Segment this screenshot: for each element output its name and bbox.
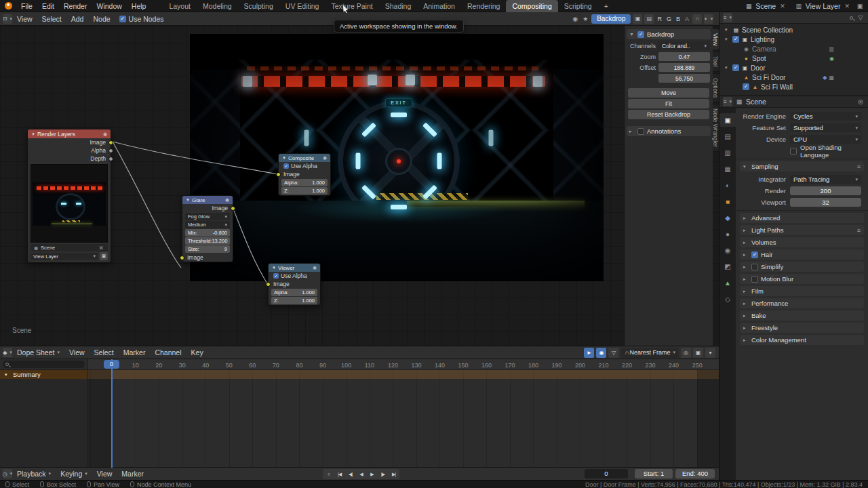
dope-sheet-mode-dropdown[interactable]: Dope Sheet▾ xyxy=(12,346,64,359)
object-checkbox[interactable]: ✓ xyxy=(743,83,749,90)
expand-icon[interactable]: ▾ xyxy=(743,164,749,169)
modifier-icon[interactable]: ◆ xyxy=(823,75,827,81)
star-icon[interactable]: ★ xyxy=(581,15,589,23)
channel-a-button[interactable]: A xyxy=(684,16,690,22)
simplify-panel[interactable]: ▸Simplify xyxy=(740,262,864,272)
alpha-output-socket[interactable] xyxy=(108,148,113,153)
tl-menu-keying[interactable]: Keying▾ xyxy=(56,468,92,480)
current-frame-field[interactable]: 0 xyxy=(585,469,628,479)
dropdown-icon[interactable]: ▾ xyxy=(705,348,715,358)
jump-to-start-button[interactable]: |◀ xyxy=(334,470,344,479)
compositor-menu-view[interactable]: View xyxy=(12,13,37,25)
outliner-row-camera[interactable]: ◉ Camera ▥ xyxy=(719,44,868,54)
view-layer-selector[interactable]: ▥ View Layer ✕ xyxy=(791,2,854,10)
play-button[interactable]: ▶ xyxy=(367,470,377,479)
tab-particles[interactable]: ● xyxy=(720,227,735,241)
search-icon[interactable] xyxy=(850,16,853,20)
ds-menu-marker[interactable]: Marker xyxy=(119,346,151,359)
menu-render[interactable]: Render xyxy=(59,0,92,12)
image-output-socket[interactable] xyxy=(108,140,113,145)
collapse-icon[interactable]: ▼ xyxy=(31,132,35,136)
image-alpha-icon[interactable]: ▤ xyxy=(644,14,654,24)
ds-menu-select[interactable]: Select xyxy=(90,346,119,359)
ds-menu-key[interactable]: Key xyxy=(186,346,208,359)
glare-threshold-slider[interactable]: Threshold:13.200 xyxy=(185,237,230,245)
device-dropdown[interactable]: CPU▾ xyxy=(790,135,861,144)
keyframe-area[interactable] xyxy=(88,370,719,467)
sidebar-tab-node-wrangler[interactable]: Node Wrangler xyxy=(713,104,719,152)
camera-data-icon[interactable]: ▥ xyxy=(829,46,834,52)
glare-type-dropdown[interactable]: Fog Glow▾ xyxy=(185,213,230,220)
ds-menu-channel[interactable]: Channel xyxy=(150,346,186,359)
add-workspace-button[interactable]: + xyxy=(598,0,614,12)
prev-keyframe-button[interactable]: ◀| xyxy=(345,470,355,479)
compositor-menu-add[interactable]: Add xyxy=(66,13,89,25)
menu-edit[interactable]: Edit xyxy=(37,0,59,12)
menu-help[interactable]: Help xyxy=(127,0,151,12)
only-selected-icon[interactable]: ► xyxy=(584,348,594,358)
panel-menu-icon[interactable]: ≡ xyxy=(857,227,861,234)
tab-view-layer[interactable]: ▥ xyxy=(720,146,735,159)
collapse-icon[interactable]: ▼ xyxy=(272,266,276,270)
glare-mix-slider[interactable]: Mix:-0.800 xyxy=(185,229,230,237)
expand-icon[interactable]: ▼ xyxy=(629,32,635,37)
composite-z-slider[interactable]: Z:1.000 xyxy=(281,187,328,195)
view-layer-unlink-icon[interactable]: ✕ xyxy=(843,3,851,9)
editor-type-icon[interactable]: ◆▾ xyxy=(3,348,12,357)
snapping-magnet-icon[interactable]: ∩ xyxy=(692,14,702,24)
tl-menu-marker[interactable]: Marker xyxy=(117,468,149,480)
properties-editor-icon[interactable]: ≡▾ xyxy=(723,97,732,106)
light-paths-panel[interactable]: ▸Light Paths≡ xyxy=(740,225,864,235)
glare-node[interactable]: ▼ Glare ◉ Image Fog Glow▾ Medium▾ Mix:-0… xyxy=(182,195,233,262)
composite-node-header[interactable]: ▼ Composite ◉ xyxy=(279,154,330,162)
overlays-icon[interactable]: ◐▾ xyxy=(704,14,713,24)
simplify-checkbox[interactable] xyxy=(751,264,758,270)
sidebar-tab-options[interactable]: Options xyxy=(713,73,719,102)
hair-panel[interactable]: ▸✓Hair xyxy=(740,249,864,260)
viewer-alpha-slider[interactable]: Alpha:1.000 xyxy=(271,289,317,296)
workspace-tab-uv-editing[interactable]: UV Editing xyxy=(279,0,326,12)
tab-physics[interactable]: ◉ xyxy=(720,243,735,257)
editor-type-icon[interactable]: ⊡▾ xyxy=(3,14,12,24)
render-samples-field[interactable]: 200 xyxy=(790,186,861,195)
show-hidden-icon[interactable]: ◉ xyxy=(596,348,606,358)
channel-r-button[interactable]: R xyxy=(656,16,663,22)
fit-button[interactable]: Fit xyxy=(628,99,709,108)
view-layer-field[interactable]: View Layer▾ xyxy=(31,253,98,260)
tab-object-data[interactable]: ▲ xyxy=(720,276,735,289)
ds-menu-view[interactable]: View xyxy=(64,346,90,359)
advanced-panel[interactable]: ▸Advanced xyxy=(740,213,864,223)
composite-node[interactable]: ▼ Composite ◉ ✓ Use Alpha Image Alpha:1.… xyxy=(278,153,331,196)
light-data-icon[interactable]: ◉ xyxy=(829,56,834,62)
annotations-checkbox[interactable] xyxy=(637,128,644,135)
use-nodes-checkbox[interactable]: ✓ xyxy=(119,16,126,22)
scene-clear-icon[interactable]: ✕ xyxy=(97,245,105,251)
start-frame-field[interactable]: Start: 1 xyxy=(635,469,673,479)
viewer-node-header[interactable]: ▼ Viewer ◉ xyxy=(269,264,320,272)
summary-channel[interactable]: ▾ Summary xyxy=(0,370,87,379)
scene-unlink-icon[interactable]: ✕ xyxy=(778,3,787,9)
image-input-socket[interactable] xyxy=(266,282,271,287)
disclosure-icon[interactable]: ▾ xyxy=(725,27,730,33)
render-layer-button[interactable]: ▣ xyxy=(100,252,108,260)
filter-icon[interactable]: ▽ xyxy=(856,14,865,22)
color-management-panel[interactable]: ▸Color Management xyxy=(740,335,864,345)
tab-constraints[interactable]: ◩ xyxy=(720,260,735,273)
film-panel[interactable]: ▸Film xyxy=(740,286,864,296)
compositor-canvas[interactable]: EXIT ▼ Render Layers ◉ Image Alpha Depth xyxy=(0,26,719,346)
outliner-row-sci-fi-wall[interactable]: ✓ ▲ Sci Fi Wall xyxy=(719,82,868,92)
sidebar-tab-view[interactable]: View xyxy=(713,28,719,50)
tab-material[interactable]: ◇ xyxy=(720,292,735,306)
offset-x-field[interactable]: 188.889 xyxy=(658,63,710,72)
viewport-samples-field[interactable]: 32 xyxy=(790,198,861,207)
osl-checkbox[interactable] xyxy=(790,148,797,155)
offset-y-field[interactable]: 56.750 xyxy=(658,74,710,83)
feature-set-dropdown[interactable]: Supported▾ xyxy=(790,123,861,132)
composite-use-alpha[interactable]: ✓ Use Alpha xyxy=(279,162,330,170)
channel-search-field[interactable] xyxy=(3,361,85,368)
tab-world[interactable]: ◐ xyxy=(720,178,735,192)
backdrop-checkbox[interactable]: ✓ xyxy=(637,31,644,38)
workspace-tab-compositing[interactable]: Compositing xyxy=(506,0,557,12)
workspace-tab-scripting[interactable]: Scripting xyxy=(558,0,598,12)
workspace-tab-sculpting[interactable]: Sculpting xyxy=(238,0,279,12)
